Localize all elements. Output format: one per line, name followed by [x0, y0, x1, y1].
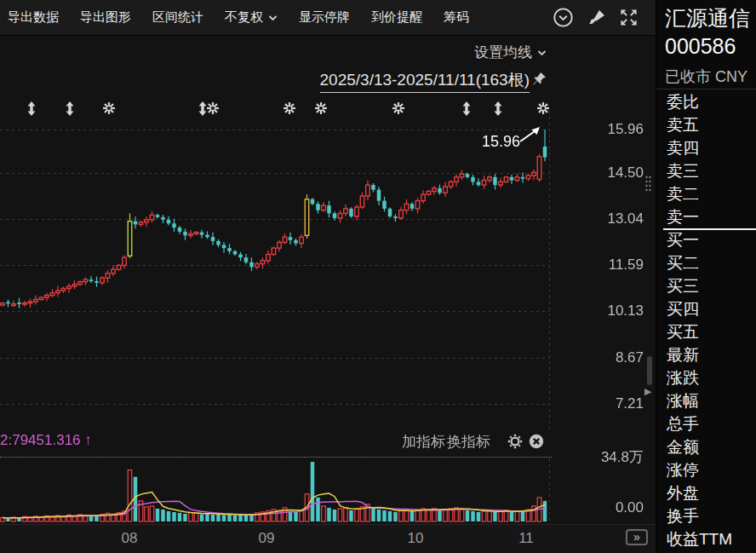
- toolbar-icons: [553, 7, 656, 28]
- chevron-down-icon: [268, 14, 278, 21]
- switch-indicator-button[interactable]: 换指标: [447, 432, 490, 452]
- quote-rows: 委比卖五卖四卖三卖二卖一买一买二买三买四买五最新涨跌涨幅总手金额涨停外盘换手收益…: [656, 90, 756, 550]
- quote-row-9: 买四: [656, 297, 756, 320]
- price-axis-tick: 8.67: [550, 349, 644, 366]
- price-axis-tick: 15.96: [550, 121, 644, 138]
- currency-label: CNY: [715, 68, 747, 85]
- ma-settings-label: 设置均线: [474, 43, 532, 62]
- quote-row-5: 卖一: [656, 205, 756, 228]
- announcement-marker-icon[interactable]: [283, 101, 296, 116]
- time-axis-strip: [0, 524, 656, 553]
- dividend-marker-icon[interactable]: [491, 101, 505, 116]
- dividend-marker-icon[interactable]: [63, 101, 77, 116]
- close-indicator-icon[interactable]: [529, 434, 544, 449]
- price-axis-tick: 7.21: [550, 395, 644, 412]
- dividend-marker-icon[interactable]: [25, 101, 38, 116]
- toolbar-items: 导出数据导出图形区间统计不复权显示停牌到价提醒筹码: [8, 9, 469, 26]
- toolbar-item-price-alert[interactable]: 到价提醒: [371, 9, 422, 26]
- quote-row-4: 卖二: [656, 182, 756, 205]
- panel-divider: [656, 89, 756, 89]
- announcement-marker-icon[interactable]: [102, 101, 116, 116]
- stock-code: 000586: [665, 34, 736, 59]
- price-axis-tick: 11.59: [550, 256, 644, 274]
- quote-row-19: 收益TTM: [656, 527, 756, 550]
- chart-toolbar: 导出数据导出图形区间统计不复权显示停牌到价提醒筹码: [0, 0, 656, 36]
- volume-axis-label: 34.8万: [550, 449, 644, 466]
- fullscreen-icon[interactable]: [619, 8, 639, 27]
- panel-scrollbar-thumb[interactable]: [647, 356, 652, 385]
- scroll-more-button[interactable]: »: [626, 529, 648, 545]
- toolbar-item-show-suspended[interactable]: 显示停牌: [299, 9, 350, 26]
- quote-row-1: 卖五: [656, 113, 756, 136]
- quote-row-8: 买三: [656, 274, 756, 297]
- quote-row-18: 换手: [656, 504, 756, 527]
- pin-icon[interactable]: [532, 72, 547, 86]
- price-axis-tick: 13.04: [550, 210, 644, 228]
- quote-row-6: 买一: [656, 228, 756, 251]
- last-high-annotation: 15.96: [482, 133, 520, 151]
- toolbar-item-export-data[interactable]: 导出数据: [8, 9, 59, 26]
- trading-app-window: 导出数据导出图形区间统计不复权显示停牌到价提醒筹码 设置均线: [0, 0, 756, 553]
- toolbar-item-interval-stats[interactable]: 区间统计: [152, 9, 203, 26]
- volume-axis-label: 0.00: [550, 499, 644, 516]
- announcement-marker-icon[interactable]: [536, 101, 550, 116]
- quote-row-2: 卖四: [656, 136, 756, 159]
- annotation-arrow-icon: [518, 124, 543, 145]
- quote-row-12: 涨跌: [656, 366, 756, 389]
- announcement-marker-icon[interactable]: [392, 101, 405, 116]
- quote-panel: 汇源通信 000586 已收市 CNY 委比卖五卖四卖三卖二卖一买一买二买三买四…: [656, 0, 756, 553]
- toolbar-item-export-image[interactable]: 导出图形: [80, 9, 131, 26]
- quote-row-13: 涨幅: [656, 389, 756, 412]
- quote-row-14: 总手: [656, 412, 756, 435]
- toolbar-item-chips[interactable]: 筹码: [444, 9, 469, 26]
- panel-resize-grip[interactable]: [644, 175, 652, 193]
- announcement-marker-icon[interactable]: [314, 101, 328, 116]
- chevron-down-icon: [537, 49, 547, 56]
- quote-row-11: 最新: [656, 343, 756, 366]
- price-chart-canvas[interactable]: [0, 85, 552, 436]
- dividend-marker-icon[interactable]: [460, 101, 473, 116]
- time-axis-label: 11: [511, 530, 541, 547]
- market-status: 已收市 CNY: [665, 66, 747, 87]
- brush-icon[interactable]: [587, 9, 606, 26]
- announcement-marker-icon[interactable]: [206, 101, 220, 116]
- toolbar-item-adjust-mode[interactable]: 不复权: [225, 9, 278, 26]
- volume-chart-canvas[interactable]: [0, 458, 552, 524]
- indicator-settings-gear-icon[interactable]: [507, 434, 523, 449]
- volume-pane-separator: [0, 457, 552, 458]
- up-arrow-icon: ↑: [84, 432, 92, 448]
- quote-row-7: 买二: [656, 251, 756, 274]
- circle-chevron-icon[interactable]: [553, 7, 574, 28]
- time-axis-label: 09: [251, 530, 282, 547]
- quote-row-17: 外盘: [656, 481, 756, 504]
- price-axis-tick: 14.50: [550, 164, 644, 181]
- ma-settings-dropdown[interactable]: 设置均线: [474, 43, 547, 62]
- sell1-underline: [663, 228, 756, 230]
- quote-row-0: 委比: [656, 90, 756, 113]
- time-axis-label: 08: [114, 530, 145, 547]
- quote-row-15: 金额: [656, 435, 756, 458]
- time-axis-label: 10: [400, 530, 431, 547]
- price-axis-tick: 10.13: [550, 302, 644, 320]
- panel-expand-arrow[interactable]: ▶: [644, 386, 651, 397]
- stock-name: 汇源通信: [665, 4, 750, 32]
- volume-ma-value-label: 2:79451.316 ↑: [0, 432, 92, 449]
- add-indicator-button[interactable]: 加指标: [402, 432, 445, 452]
- quote-row-16: 涨停: [656, 458, 756, 481]
- quote-row-10: 买五: [656, 320, 756, 343]
- quote-row-3: 卖三: [656, 159, 756, 182]
